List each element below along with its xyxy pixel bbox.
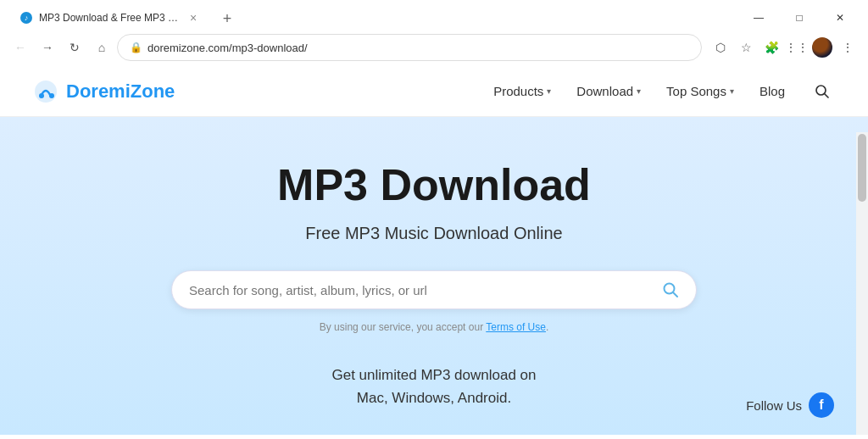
title-bar: ♪ MP3 Download & Free MP3 Mus... × + — □… xyxy=(0,0,868,31)
svg-point-1 xyxy=(39,93,44,98)
tab-strip: ♪ MP3 Download & Free MP3 Mus... × + xyxy=(8,5,732,31)
history-icon[interactable]: ⋮⋮ xyxy=(785,36,809,59)
forward-button[interactable]: → xyxy=(36,36,59,59)
site-nav: Products ▾ Download ▾ Top Songs ▾ Blog xyxy=(493,80,834,103)
svg-line-6 xyxy=(673,292,677,297)
search-input[interactable] xyxy=(189,283,662,297)
terms-of-use-link[interactable]: Terms of Use xyxy=(486,321,546,333)
url-text: doremizone.com/mp3-download/ xyxy=(147,42,308,54)
minimize-button[interactable]: — xyxy=(739,5,778,31)
search-icon xyxy=(815,84,830,99)
tab-close-button[interactable]: × xyxy=(186,11,200,25)
new-tab-button[interactable]: + xyxy=(215,7,239,31)
hero-title: MP3 Download xyxy=(277,159,591,210)
nav-search-button[interactable] xyxy=(810,80,834,103)
svg-line-4 xyxy=(825,93,829,97)
cast-icon[interactable]: ⬡ xyxy=(709,36,732,59)
refresh-button[interactable]: ↻ xyxy=(63,36,86,59)
hero-subtitle: Free MP3 Music Download Online xyxy=(305,224,562,243)
profile-avatar xyxy=(812,37,832,58)
tab-title: MP3 Download & Free MP3 Mus... xyxy=(39,12,180,24)
terms-text: By using our service, you accept our Ter… xyxy=(320,321,549,333)
active-tab[interactable]: ♪ MP3 Download & Free MP3 Mus... × xyxy=(8,5,212,31)
page-content: ▶ DoremiZone Products ▾ Download ▾ Top S… xyxy=(0,66,868,435)
top-songs-chevron-icon: ▾ xyxy=(730,86,734,96)
lock-icon: 🔒 xyxy=(130,42,142,53)
download-chevron-icon: ▾ xyxy=(637,86,641,96)
nav-blog[interactable]: Blog xyxy=(760,84,785,98)
maximize-button[interactable]: □ xyxy=(780,5,819,31)
nav-top-songs[interactable]: Top Songs ▾ xyxy=(666,84,734,98)
nav-products[interactable]: Products ▾ xyxy=(493,84,551,98)
address-bar: ← → ↻ ⌂ 🔒 doremizone.com/mp3-download/ ⬡… xyxy=(0,31,868,66)
logo-icon xyxy=(34,80,58,103)
window-controls: — □ ✕ xyxy=(739,5,860,31)
browser-chrome: ♪ MP3 Download & Free MP3 Mus... × + — □… xyxy=(0,0,868,66)
nav-download[interactable]: Download ▾ xyxy=(576,84,641,98)
logo[interactable]: DoremiZone xyxy=(34,80,175,103)
hero-section: MP3 Download Free MP3 Music Download Onl… xyxy=(0,117,868,435)
nav-products-label: Products xyxy=(493,84,543,98)
tab-favicon: ♪ xyxy=(20,12,32,24)
terms-period: . xyxy=(546,321,548,333)
promo-line2: Mac, Windows, Android. xyxy=(357,390,511,406)
scrollbar-thumb[interactable] xyxy=(858,134,866,202)
logo-text: DoremiZone xyxy=(66,81,175,103)
svg-point-2 xyxy=(49,93,54,98)
profile-button[interactable] xyxy=(810,36,834,59)
facebook-icon[interactable]: f xyxy=(809,392,834,418)
url-bar[interactable]: 🔒 doremizone.com/mp3-download/ xyxy=(117,34,702,61)
search-submit-icon xyxy=(662,281,679,298)
browser-actions: ⬡ ☆ 🧩 ⋮⋮ ⋮ xyxy=(709,36,860,59)
close-window-button[interactable]: ✕ xyxy=(821,5,860,31)
site-header: DoremiZone Products ▾ Download ▾ Top Son… xyxy=(0,66,868,117)
products-chevron-icon: ▾ xyxy=(547,86,551,96)
nav-top-songs-label: Top Songs xyxy=(666,84,726,98)
hero-promo: Get unlimited MP3 download on Mac, Windo… xyxy=(332,364,537,409)
terms-prefix: By using our service, you accept our xyxy=(320,321,487,333)
promo-line1: Get unlimited MP3 download on xyxy=(332,367,537,383)
extensions-icon[interactable]: 🧩 xyxy=(760,36,783,59)
bookmark-icon[interactable]: ☆ xyxy=(734,36,758,59)
back-button[interactable]: ← xyxy=(8,36,32,59)
nav-download-label: Download xyxy=(576,84,633,98)
follow-us-label: Follow Us xyxy=(746,398,802,413)
search-submit-button[interactable] xyxy=(662,281,679,298)
search-bar[interactable] xyxy=(171,270,697,309)
follow-us: Follow Us f xyxy=(746,392,834,418)
menu-button[interactable]: ⋮ xyxy=(836,36,860,59)
home-button[interactable]: ⌂ xyxy=(90,36,114,59)
scrollbar-track xyxy=(856,132,868,435)
